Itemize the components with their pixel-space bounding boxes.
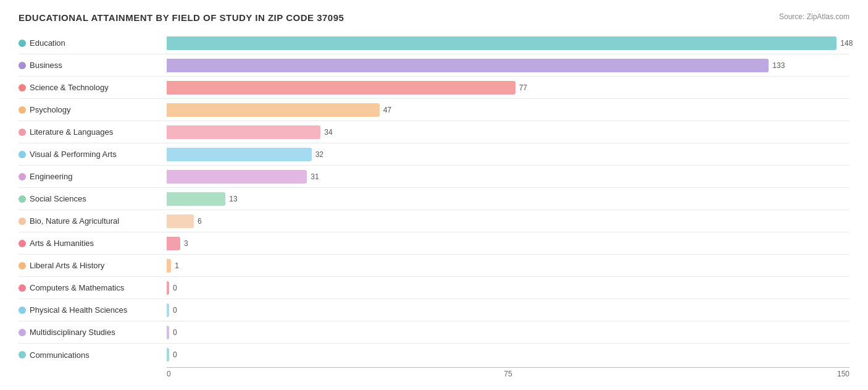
bar-fill [167, 192, 225, 206]
table-row: Physical & Health Sciences0 [19, 299, 849, 321]
bar-dot [19, 218, 26, 225]
chart-title: EDUCATIONAL ATTAINMENT BY FIELD OF STUDY… [19, 12, 344, 23]
bar-dot [19, 129, 26, 136]
bar-label-container: Physical & Health Sciences [19, 305, 167, 315]
x-axis-label: 75 [504, 370, 512, 378]
bar-fill [167, 81, 515, 95]
bar-label: Arts & Humanities [30, 239, 94, 248]
bar-fill [167, 125, 320, 139]
bar-container: 31 [167, 170, 849, 184]
bar-label: Bio, Nature & Agricultural [30, 216, 119, 226]
bar-fill [167, 103, 380, 117]
bar-label: Computers & Mathematics [30, 283, 124, 292]
bar-container: 148 [167, 36, 853, 50]
bar-value-label: 1 [175, 261, 179, 270]
bar-fill [167, 148, 312, 161]
bar-label-container: Visual & Performing Arts [19, 150, 167, 159]
table-row: Liberal Arts & History1 [19, 255, 849, 277]
table-row: Psychology47 [19, 99, 849, 121]
table-row: Education148 [19, 32, 849, 54]
bar-label-container: Multidisciplinary Studies [19, 328, 167, 337]
bar-value-label: 77 [519, 83, 527, 92]
bar-label-container: Business [19, 61, 167, 70]
bar-fill [167, 59, 769, 72]
bar-label: Physical & Health Sciences [30, 305, 127, 315]
bar-label: Visual & Performing Arts [30, 150, 117, 159]
table-row: Engineering31 [19, 166, 849, 188]
bar-fill [167, 237, 180, 250]
bar-label: Education [30, 38, 65, 48]
table-row: Multidisciplinary Studies0 [19, 321, 849, 344]
bar-dot [19, 106, 26, 114]
bar-container: 47 [167, 103, 849, 117]
bar-container: 6 [167, 214, 849, 228]
bar-value-label: 0 [173, 350, 177, 359]
bar-label-container: Psychology [19, 105, 167, 114]
bar-fill [167, 348, 169, 362]
bar-label-container: Education [19, 38, 167, 48]
bar-label-container: Literature & Languages [19, 127, 167, 137]
bar-value-label: 0 [173, 306, 177, 315]
bar-container: 0 [167, 348, 849, 362]
table-row: Social Sciences13 [19, 188, 849, 210]
bar-container: 34 [167, 125, 849, 139]
bar-value-label: 34 [324, 128, 332, 137]
bar-dot [19, 173, 26, 180]
bar-container: 32 [167, 148, 849, 161]
bar-fill [167, 36, 837, 50]
bar-label-container: Social Sciences [19, 194, 167, 203]
bar-dot [19, 262, 26, 269]
bar-dot [19, 62, 26, 69]
bar-container: 0 [167, 326, 849, 339]
bar-dot [19, 40, 26, 47]
bar-container: 0 [167, 303, 849, 317]
table-row: Literature & Languages34 [19, 121, 849, 143]
x-axis-label: 0 [167, 370, 171, 378]
table-row: Science & Technology77 [19, 77, 849, 99]
bar-label: Literature & Languages [30, 127, 113, 137]
bar-label-container: Science & Technology [19, 83, 167, 92]
bar-container: 1 [167, 259, 849, 273]
table-row: Arts & Humanities3 [19, 232, 849, 255]
bar-dot [19, 351, 26, 358]
bar-value-label: 3 [184, 239, 188, 248]
bar-fill [167, 259, 171, 273]
bar-dot [19, 329, 26, 336]
bar-fill [167, 326, 169, 339]
table-row: Visual & Performing Arts32 [19, 143, 849, 166]
chart-container: EDUCATIONAL ATTAINMENT BY FIELD OF STUDY… [19, 12, 849, 386]
bar-label: Communications [30, 350, 90, 360]
bar-fill [167, 214, 194, 228]
x-axis-label: 150 [837, 370, 849, 378]
bar-dot [19, 307, 26, 314]
source-label: Source: ZipAtlas.com [779, 12, 849, 21]
table-row: Communications0 [19, 344, 849, 366]
bar-container: 0 [167, 281, 849, 295]
bar-label-container: Arts & Humanities [19, 239, 167, 248]
bar-value-label: 0 [173, 328, 177, 337]
bar-dot [19, 240, 26, 247]
bar-label: Business [30, 61, 62, 70]
bar-container: 133 [167, 59, 849, 72]
bar-value-label: 31 [311, 172, 319, 181]
bar-label-container: Computers & Mathematics [19, 283, 167, 292]
bar-dot [19, 151, 26, 158]
table-row: Business133 [19, 54, 849, 77]
table-row: Computers & Mathematics0 [19, 277, 849, 299]
bar-value-label: 47 [383, 106, 391, 114]
bar-label: Social Sciences [30, 194, 86, 203]
bar-label-container: Bio, Nature & Agricultural [19, 216, 167, 226]
bar-fill [167, 303, 169, 317]
bar-label-container: Engineering [19, 172, 167, 181]
bar-value-label: 6 [198, 217, 202, 226]
bar-label: Science & Technology [30, 83, 109, 92]
bar-label: Multidisciplinary Studies [30, 328, 115, 337]
table-row: Bio, Nature & Agricultural6 [19, 210, 849, 232]
bar-fill [167, 281, 169, 295]
bar-dot [19, 284, 26, 292]
bar-value-label: 32 [315, 150, 323, 159]
bar-label-container: Liberal Arts & History [19, 261, 167, 270]
bar-value-label: 13 [229, 195, 237, 203]
bar-label: Psychology [30, 105, 70, 114]
bar-value-label: 148 [840, 39, 853, 48]
